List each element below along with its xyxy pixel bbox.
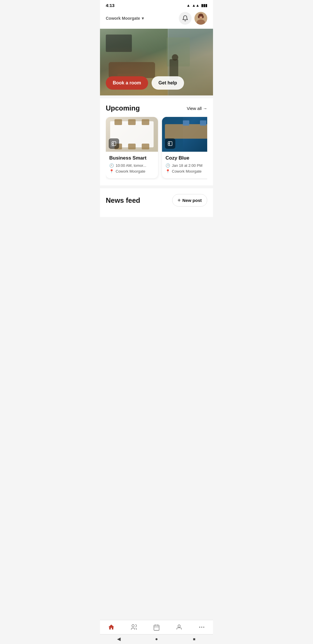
card-2-title: Cozy Blue [165, 155, 207, 161]
svg-point-10 [169, 143, 170, 144]
new-post-label: New post [182, 198, 202, 203]
workspace-title[interactable]: Cowork Moorgate ▾ [106, 16, 144, 21]
svg-point-6 [202, 15, 204, 18]
bell-icon [182, 15, 188, 21]
card-1-location: 📍 Cowork Moorgate [109, 169, 154, 173]
card-2-room-icon [165, 138, 175, 149]
card-1-time: 🕙 10:00 AM, tomor... [109, 163, 154, 168]
plus-icon: + [178, 197, 181, 203]
card-2-time-text: Jan 18 at 2:00 PM [172, 163, 203, 168]
status-bar: 4:13 ▲ ▲▲ ▮▮▮ [100, 0, 213, 10]
card-2-body: Cozy Blue 🕑 Jan 18 at 2:00 PM 📍 Cowork M… [162, 152, 207, 178]
card2-table [165, 124, 207, 139]
workspace-name: Cowork Moorgate [106, 16, 140, 21]
new-post-button[interactable]: + New post [172, 194, 207, 207]
avatar-image [194, 12, 207, 25]
status-icons: ▲ ▲▲ ▮▮▮ [186, 3, 207, 8]
door-icon-1 [111, 141, 117, 146]
card-1-time-text: 10:00 AM, tomor... [116, 163, 146, 168]
signal-icon: ▲▲ [192, 3, 199, 8]
card-2-image: ▬ ⏸ [162, 117, 207, 152]
wifi-icon: ▲ [186, 3, 190, 8]
get-help-button[interactable]: Get help [152, 76, 184, 90]
card-1-body: Business Smart 🕙 10:00 AM, tomor... 📍 Co… [106, 152, 158, 178]
header-actions [179, 12, 207, 25]
svg-point-5 [198, 15, 200, 18]
card-1-room-icon [109, 138, 119, 149]
upcoming-title: Upcoming [106, 104, 140, 112]
card-1-title: Business Smart [109, 155, 154, 161]
hero-section: Book a room Get help [100, 29, 213, 95]
news-feed-header: News feed + New post [106, 194, 207, 207]
door-icon-2 [168, 141, 173, 146]
hero-buttons: Book a room Get help [106, 76, 184, 90]
card1-chairs-top [112, 119, 152, 125]
status-time: 4:13 [106, 3, 114, 8]
upcoming-header: Upcoming View all → [106, 104, 207, 112]
card-2-location-text: Cowork Moorgate [172, 169, 202, 173]
card2-chairs [178, 120, 207, 126]
card-2-time: 🕑 Jan 18 at 2:00 PM [165, 163, 207, 168]
svg-point-8 [113, 143, 113, 144]
clock-icon-2: 🕑 [165, 163, 170, 168]
bottom-spacer [100, 217, 213, 243]
booking-card-2[interactable]: ▬ ⏸ Cozy Blue 🕑 Jan 18 at 2:00 PM [162, 117, 207, 178]
location-icon-2: 📍 [165, 169, 170, 173]
upcoming-section: Upcoming View all → [100, 98, 213, 185]
notification-bell-button[interactable] [179, 12, 192, 25]
dropdown-icon[interactable]: ▾ [142, 16, 144, 21]
news-feed-section: News feed + New post [100, 188, 213, 217]
news-feed-title: News feed [106, 196, 140, 205]
booking-card-1[interactable]: Business Smart 🕙 10:00 AM, tomor... 📍 Co… [106, 117, 158, 178]
view-all-link[interactable]: View all → [187, 106, 207, 111]
book-room-button[interactable]: Book a room [106, 76, 148, 90]
card-1-image [106, 117, 158, 152]
card-2-location: 📍 Cowork Moorgate [165, 169, 207, 173]
location-icon-1: 📍 [109, 169, 114, 173]
clock-icon-1: 🕙 [109, 163, 114, 168]
booking-cards-row: Business Smart 🕙 10:00 AM, tomor... 📍 Co… [106, 117, 207, 180]
app-header: Cowork Moorgate ▾ [100, 10, 213, 29]
card-1-location-text: Cowork Moorgate [116, 169, 145, 173]
battery-icon: ▮▮▮ [201, 3, 207, 8]
pause-icon: ⏸ [206, 119, 207, 124]
user-avatar[interactable] [194, 12, 207, 25]
